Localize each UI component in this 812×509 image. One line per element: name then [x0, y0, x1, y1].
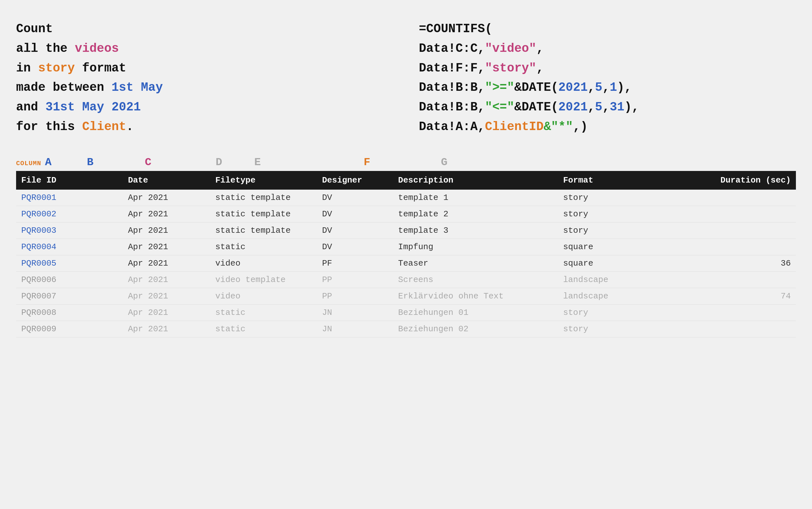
formula-line5: Data!B:B,"<="&DATE(2021,5,31),	[419, 98, 796, 117]
table-row: PQR0001 Apr 2021 static template DV temp…	[16, 190, 796, 206]
th-filetype: Filetype	[210, 171, 317, 190]
th-file-id: File ID	[16, 171, 123, 190]
cell-date: Apr 2021	[123, 288, 210, 304]
line5: and 31st May 2021	[16, 98, 393, 117]
cell-date: Apr 2021	[123, 206, 210, 222]
cell-format: story	[558, 206, 675, 222]
col-header-e: E	[254, 156, 364, 168]
cell-description: Teaser	[393, 255, 558, 271]
cell-duration: 36	[674, 255, 796, 271]
col-header-g: G	[441, 156, 505, 168]
cell-format: story	[558, 321, 675, 337]
data-table: File ID Date Filetype Designer Descripti…	[16, 171, 796, 337]
th-date: Date	[123, 171, 210, 190]
cell-file-id[interactable]: PQR0009	[16, 321, 123, 337]
top-section: Count all the videos in story format mad…	[16, 19, 796, 137]
cell-designer: DV	[317, 239, 393, 255]
col-header-f: F	[364, 156, 441, 168]
line1: Count	[16, 19, 393, 39]
cell-filetype: static	[210, 321, 317, 337]
table-header-row: File ID Date Filetype Designer Descripti…	[16, 171, 796, 190]
table-row: PQR0008 Apr 2021 static JN Beziehungen 0…	[16, 304, 796, 321]
cell-description: Beziehungen 02	[393, 321, 558, 337]
line4: made between 1st May	[16, 78, 393, 98]
cell-description: Impfung	[393, 239, 558, 255]
cell-date: Apr 2021	[123, 190, 210, 206]
table-row: PQR0006 Apr 2021 video template PP Scree…	[16, 271, 796, 288]
cell-description: Beziehungen 01	[393, 304, 558, 321]
col-header-a: COLUMN A	[16, 156, 87, 168]
formula-line3: Data!F:F,"story",	[419, 59, 796, 78]
table-row: PQR0009 Apr 2021 static JN Beziehungen 0…	[16, 321, 796, 337]
cell-description: template 1	[393, 190, 558, 206]
cell-duration	[674, 321, 796, 337]
cell-format: square	[558, 239, 675, 255]
cell-designer: DV	[317, 222, 393, 239]
cell-format: square	[558, 255, 675, 271]
table-row: PQR0003 Apr 2021 static template DV temp…	[16, 222, 796, 239]
formula-line6: Data!A:A,ClientID&"*",)	[419, 117, 796, 137]
cell-date: Apr 2021	[123, 239, 210, 255]
cell-date: Apr 2021	[123, 255, 210, 271]
cell-date: Apr 2021	[123, 271, 210, 288]
cell-description: template 2	[393, 206, 558, 222]
cell-file-id[interactable]: PQR0007	[16, 288, 123, 304]
table-row: PQR0005 Apr 2021 video PF Teaser square …	[16, 255, 796, 271]
cell-format: landscape	[558, 288, 675, 304]
formula: =COUNTIFS( Data!C:C,"video", Data!F:F,"s…	[419, 19, 796, 137]
cell-file-id[interactable]: PQR0006	[16, 271, 123, 288]
th-description: Description	[393, 171, 558, 190]
cell-designer: PP	[317, 271, 393, 288]
cell-designer: JN	[317, 321, 393, 337]
table-row: PQR0002 Apr 2021 static template DV temp…	[16, 206, 796, 222]
formula-line2: Data!C:C,"video",	[419, 39, 796, 59]
line3: in story format	[16, 59, 393, 78]
cell-duration	[674, 206, 796, 222]
cell-file-id[interactable]: PQR0001	[16, 190, 123, 206]
column-letter-headers: COLUMN A B C D E F G	[16, 156, 796, 171]
formula-line4: Data!B:B,">="&DATE(2021,5,1),	[419, 78, 796, 98]
cell-filetype: static	[210, 304, 317, 321]
cell-date: Apr 2021	[123, 304, 210, 321]
cell-format: story	[558, 222, 675, 239]
th-duration: Duration (sec)	[674, 171, 796, 190]
th-format: Format	[558, 171, 675, 190]
cell-filetype: static template	[210, 206, 317, 222]
col-header-d: D	[216, 156, 254, 168]
left-description: Count all the videos in story format mad…	[16, 19, 393, 137]
cell-designer: DV	[317, 206, 393, 222]
table-row: PQR0007 Apr 2021 video PP Erklärvideo oh…	[16, 288, 796, 304]
cell-description: Erklärvideo ohne Text	[393, 288, 558, 304]
cell-filetype: video	[210, 255, 317, 271]
cell-filetype: static template	[210, 222, 317, 239]
cell-file-id[interactable]: PQR0002	[16, 206, 123, 222]
cell-duration	[674, 271, 796, 288]
col-header-b: B	[87, 156, 145, 168]
cell-format: story	[558, 304, 675, 321]
cell-format: landscape	[558, 271, 675, 288]
cell-duration	[674, 222, 796, 239]
line6: for this Client.	[16, 117, 393, 137]
table-section: COLUMN A B C D E F G File ID Date Filety…	[16, 156, 796, 337]
cell-designer: PP	[317, 288, 393, 304]
line2: all the videos	[16, 39, 393, 59]
cell-file-id[interactable]: PQR0004	[16, 239, 123, 255]
cell-designer: JN	[317, 304, 393, 321]
cell-description: template 3	[393, 222, 558, 239]
th-designer: Designer	[317, 171, 393, 190]
table-row: PQR0004 Apr 2021 static DV Impfung squar…	[16, 239, 796, 255]
col-header-c: C	[145, 156, 216, 168]
cell-date: Apr 2021	[123, 321, 210, 337]
cell-description: Screens	[393, 271, 558, 288]
cell-file-id[interactable]: PQR0008	[16, 304, 123, 321]
cell-file-id[interactable]: PQR0003	[16, 222, 123, 239]
cell-duration	[674, 304, 796, 321]
cell-designer: PF	[317, 255, 393, 271]
cell-filetype: static template	[210, 190, 317, 206]
cell-format: story	[558, 190, 675, 206]
cell-file-id[interactable]: PQR0005	[16, 255, 123, 271]
cell-date: Apr 2021	[123, 222, 210, 239]
cell-filetype: video template	[210, 271, 317, 288]
cell-filetype: static	[210, 239, 317, 255]
formula-line1: =COUNTIFS(	[419, 19, 796, 39]
